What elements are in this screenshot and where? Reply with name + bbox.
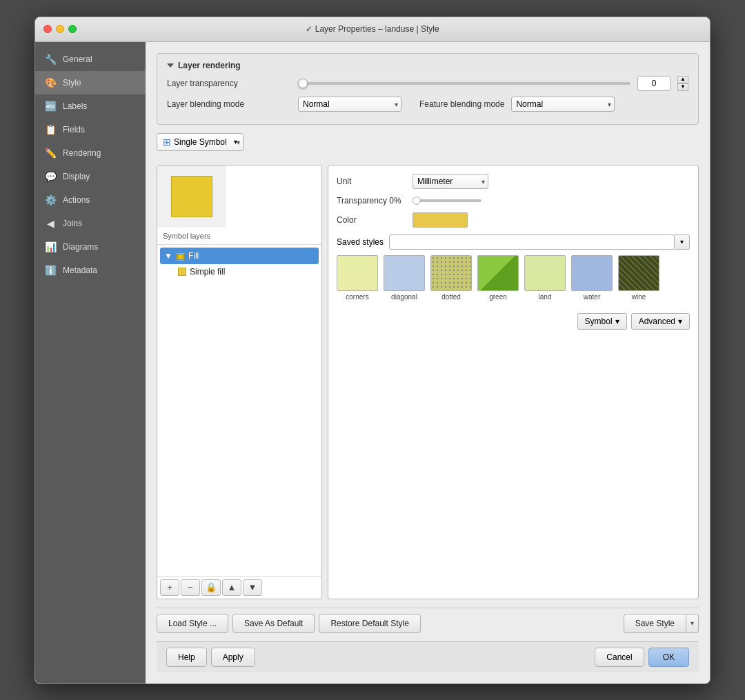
- color-label: Color: [337, 215, 406, 225]
- sidebar: 🔧 General 🎨 Style 🔤 Labels 📋 Fields ✏️ R…: [35, 42, 146, 683]
- blending-row: Layer blending mode Normal Multiply Scre…: [167, 97, 688, 112]
- maximize-button[interactable]: [68, 25, 77, 33]
- feature-blending-select[interactable]: Normal Multiply Screen: [511, 97, 615, 112]
- advanced-btn-arrow: ▾: [678, 317, 682, 326]
- unit-select-wrapper: Millimeter Pixel Map unit: [413, 174, 488, 189]
- style-item-green[interactable]: green: [477, 255, 519, 301]
- layer-properties-window: ✓ Layer Properties – landuse | Style 🔧 G…: [34, 17, 711, 684]
- saved-styles-search[interactable]: [389, 234, 675, 250]
- saved-styles-input-group: ▾: [389, 234, 690, 250]
- style-name-diagonal: diagonal: [391, 293, 417, 301]
- saved-styles-dropdown-arrow[interactable]: ▾: [675, 234, 690, 250]
- symbol-preview-rect: [171, 176, 212, 217]
- unit-select[interactable]: Millimeter Pixel Map unit: [413, 174, 488, 189]
- sidebar-label-rendering: Rendering: [63, 148, 101, 158]
- ok-button[interactable]: OK: [648, 648, 689, 667]
- feature-blending-wrapper: Normal Multiply Screen: [511, 97, 615, 112]
- layer-rendering-section: Layer rendering Layer transparency 0 ▲ ▼: [157, 53, 699, 125]
- folder-icon: ▼: [164, 251, 172, 261]
- actions-icon: ⚙️: [43, 193, 57, 207]
- style-item-corners[interactable]: corners: [337, 255, 378, 301]
- titlebar: ✓ Layer Properties – landuse | Style: [35, 17, 710, 42]
- sidebar-item-actions[interactable]: ⚙️ Actions: [35, 188, 146, 212]
- symbol-type-wrapper: ⊞ Single Symbol ▾: [157, 133, 244, 151]
- symbol-btn-label: Symbol: [585, 317, 613, 326]
- simple-fill-label: Simple fill: [190, 267, 225, 277]
- general-icon: 🔧: [43, 52, 57, 66]
- style-name-green: green: [489, 293, 507, 301]
- style-thumb-land: [524, 255, 566, 291]
- cancel-button[interactable]: Cancel: [595, 648, 644, 667]
- transparency-slider[interactable]: [298, 82, 630, 85]
- save-style-button[interactable]: Save Style: [624, 614, 686, 633]
- color-swatch[interactable]: [413, 212, 468, 228]
- style-item-dotted[interactable]: dotted: [430, 255, 472, 301]
- style-name-wine: wine: [632, 293, 646, 301]
- layer-blending-wrapper: Normal Multiply Screen: [298, 97, 401, 112]
- symbol-button[interactable]: Symbol ▾: [577, 313, 627, 330]
- window-title: ✓ Layer Properties – landuse | Style: [306, 24, 439, 34]
- style-item-water[interactable]: water: [571, 255, 613, 301]
- traffic-lights: [43, 25, 77, 33]
- fill-folder-icon: ▣: [176, 250, 185, 261]
- apply-button[interactable]: Apply: [211, 648, 255, 667]
- symbol-transparency-label: Transparency 0%: [337, 196, 406, 206]
- transparency-value-input[interactable]: 0: [637, 76, 670, 91]
- style-item-diagonal[interactable]: diagonal: [384, 255, 425, 301]
- symbol-type-row: ⊞ Single Symbol ▾: [157, 133, 699, 151]
- feature-blending-label: Feature blending mode: [419, 99, 504, 109]
- close-button[interactable]: [43, 25, 52, 33]
- sidebar-item-diagrams[interactable]: 📊 Diagrams: [35, 235, 146, 259]
- style-name-corners: corners: [346, 293, 368, 301]
- tree-item-simple-fill[interactable]: Simple fill: [174, 264, 319, 279]
- lock-layer-button[interactable]: 🔒: [201, 579, 221, 596]
- sidebar-item-style[interactable]: 🎨 Style: [35, 71, 146, 94]
- sidebar-item-fields[interactable]: 📋 Fields: [35, 118, 146, 141]
- add-layer-button[interactable]: +: [160, 579, 179, 596]
- sidebar-item-display[interactable]: 💬 Display: [35, 165, 146, 188]
- sidebar-item-general[interactable]: 🔧 General: [35, 48, 146, 71]
- move-up-button[interactable]: ▲: [222, 579, 241, 596]
- advanced-button[interactable]: Advanced ▾: [631, 313, 690, 330]
- move-down-button[interactable]: ▼: [243, 579, 262, 596]
- symbol-btn-arrow: ▾: [615, 317, 619, 326]
- transparency-label: Layer transparency: [167, 79, 291, 88]
- symbol-type-arrow: ▾: [234, 138, 237, 146]
- main-layout: 🔧 General 🎨 Style 🔤 Labels 📋 Fields ✏️ R…: [35, 42, 710, 683]
- style-item-land[interactable]: land: [524, 255, 566, 301]
- sidebar-item-labels[interactable]: 🔤 Labels: [35, 94, 146, 118]
- style-item-wine[interactable]: wine: [618, 255, 659, 301]
- symbol-props-panel: Unit Millimeter Pixel Map unit Transpare…: [328, 165, 699, 599]
- transparency-slider-container: [298, 82, 630, 85]
- minimize-button[interactable]: [56, 25, 64, 33]
- transparency-decrement[interactable]: ▼: [677, 83, 688, 91]
- save-as-default-button[interactable]: Save As Default: [232, 614, 315, 633]
- symbol-type-select[interactable]: ⊞ Single Symbol ▾: [157, 133, 244, 151]
- diagrams-icon: 📊: [43, 240, 57, 254]
- load-style-button[interactable]: Load Style ...: [157, 614, 228, 633]
- layer-toolbar: + − 🔒 ▲ ▼: [157, 576, 321, 599]
- sidebar-item-metadata[interactable]: ℹ️ Metadata: [35, 259, 146, 282]
- style-icon: 🎨: [43, 76, 57, 90]
- symbol-footer: Symbol ▾ Advanced ▾: [337, 313, 690, 330]
- symbol-type-label: Single Symbol: [174, 137, 227, 147]
- unit-row: Unit Millimeter Pixel Map unit: [337, 174, 690, 189]
- symbol-transparency-row: Transparency 0%: [337, 196, 690, 206]
- fill-label: Fill: [188, 251, 199, 261]
- sidebar-label-general: General: [63, 54, 92, 64]
- collapse-icon[interactable]: [167, 63, 174, 68]
- remove-layer-button[interactable]: −: [181, 579, 200, 596]
- section-header: Layer rendering: [167, 61, 688, 70]
- symbol-transparency-wrap: [413, 199, 481, 202]
- symbol-transparency-slider[interactable]: [413, 199, 481, 202]
- symbol-layers-panel: Symbol layers ▼ ▣ Fill Simple fill: [157, 165, 322, 599]
- layer-blending-select[interactable]: Normal Multiply Screen: [298, 97, 401, 112]
- sidebar-item-rendering[interactable]: ✏️ Rendering: [35, 141, 146, 165]
- transparency-increment[interactable]: ▲: [677, 76, 688, 83]
- bottom-panels: Symbol layers ▼ ▣ Fill Simple fill: [157, 165, 699, 599]
- restore-default-button[interactable]: Restore Default Style: [319, 614, 420, 633]
- tree-item-fill[interactable]: ▼ ▣ Fill: [160, 248, 319, 264]
- sidebar-item-joins[interactable]: ◀ Joins: [35, 212, 146, 235]
- help-button[interactable]: Help: [166, 648, 207, 667]
- save-style-dropdown[interactable]: ▾: [686, 614, 699, 633]
